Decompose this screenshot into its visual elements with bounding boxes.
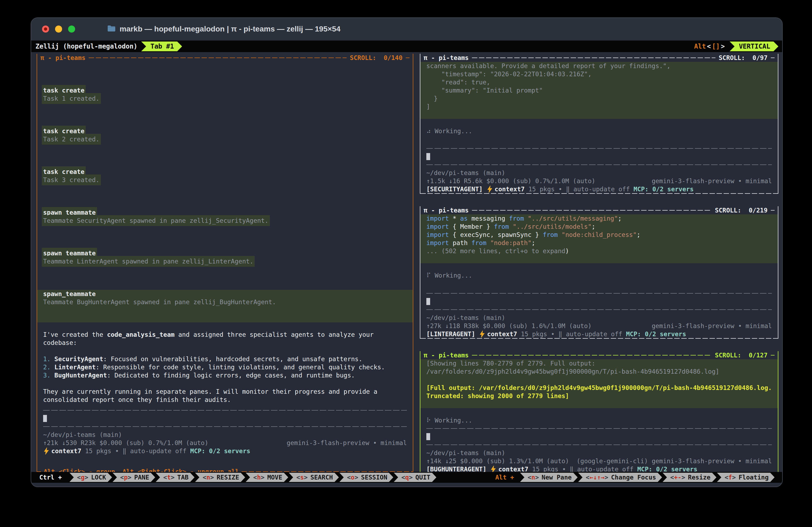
terminal-line: /var/folders/d0/z9jph2ld4v9gw45bwg0f1j90…	[420, 368, 778, 375]
window-bottom-strip	[31, 483, 782, 487]
title-bar: markb — hopeful-megalodon | π - pi-teams…	[31, 18, 782, 41]
pane-border-bottom	[420, 338, 778, 339]
lightning-icon	[44, 447, 49, 455]
alt-keybindings: <n>New Pane<←↓↑→>Change Focus<+->Resize<…	[520, 473, 775, 482]
alt-hint-key: Alt	[694, 43, 706, 50]
lightning-icon	[479, 330, 485, 338]
terminal-line	[43, 233, 407, 241]
terminal-line: I've created the code_analysis_team and …	[43, 330, 407, 339]
terminal-line: context7 15 pkgs • ‖ auto-update off MCP…	[43, 447, 407, 455]
pane-title: π - pi-teams	[40, 54, 85, 62]
pane-title-row: π - pi-teams SCROLL: 0/97	[420, 54, 778, 62]
lightning-icon	[491, 466, 496, 472]
scroll-indicator: SCROLL: 0/97	[719, 54, 768, 62]
terminal-line	[43, 241, 407, 249]
pane-bughunter-agent[interactable]: π - pi-teams SCROLL: 0/127 [Showing line…	[420, 351, 778, 472]
terminal-line: [SECURITYAGENT] context7 15 pkgs • ‖ aut…	[426, 185, 772, 193]
close-button[interactable]	[42, 26, 49, 32]
terminal-line: spawn_teammate	[37, 290, 413, 298]
zoom-button[interactable]	[68, 26, 75, 32]
terminal-line: ↑1.5k ↓16 R5.6k $0.000 (sub) 0.7%/1.0M (…	[426, 177, 772, 185]
terminal-line: ~/dev/pi-teams (main)	[43, 431, 407, 439]
pane-title: π - pi-teams	[424, 54, 469, 62]
terminal-line: [Showing lines 780-2779 of 2779. Full ou…	[420, 359, 778, 368]
terminal-line	[420, 400, 778, 408]
terminal-line: "read": true,	[420, 78, 778, 86]
terminal-line	[43, 455, 407, 463]
terminal-content: import * as messaging from "../src/utils…	[420, 214, 778, 338]
terminal-line	[43, 273, 407, 282]
keybinding-tab: <t>TAB	[156, 473, 194, 482]
tab-bar-right: Alt < [] > VERTICAL	[694, 42, 778, 51]
terminal-line: Task 3 created.	[43, 176, 407, 184]
terminal-line	[43, 70, 407, 78]
terminal-line: ~/dev/pi-teams (main)	[426, 314, 772, 322]
mode-indicator: VERTICAL	[729, 42, 778, 51]
keybinding-resize: <+->Resize	[663, 473, 716, 482]
keybinding-new-pane: <n>New Pane	[520, 473, 577, 482]
terminal-line	[426, 119, 772, 127]
separator-line	[426, 289, 772, 297]
alt-modifier: Alt +	[495, 474, 514, 481]
pane-orchestrator[interactable]: π - pi-teams SCROLL: 0/140 task_createTa…	[37, 54, 413, 472]
zellij-tab-bar: Zellij (hopeful-megalodon) Tab #1 Alt < …	[31, 41, 782, 52]
terminal-content: scanners available. Provide a detailed r…	[420, 62, 778, 193]
terminal-line	[43, 184, 407, 192]
terminal-line: ↑27k ↓118 R38k $0.000 (sub) 1.6%/1.0M (a…	[426, 322, 772, 330]
pane-workspace: π - pi-teams SCROLL: 0/140 task_createTa…	[31, 52, 782, 472]
cursor-block	[426, 433, 430, 440]
terminal-window: markb — hopeful-megalodon | π - pi-teams…	[31, 17, 783, 487]
terminal-content: task_createTask 1 created.task_createTas…	[37, 62, 413, 471]
keybinding-quit: <q>QUIT	[394, 473, 436, 482]
keybinding-floating: <f>Floating	[717, 473, 774, 482]
keybinding-lock: <g>LOCK	[70, 473, 112, 482]
alt-hint-binding: []	[712, 43, 720, 50]
terminal-line: Teammate BugHunterAgent spawned in pane …	[37, 298, 413, 306]
terminal-line	[43, 143, 407, 152]
keybinding-search: <s>SEARCH	[289, 473, 339, 482]
terminal-line: ~/dev/pi-teams (main)	[426, 449, 772, 457]
terminal-line	[43, 266, 407, 273]
terminal-line: ]	[420, 103, 778, 111]
pane-linter-agent[interactable]: π - pi-teams SCROLL: 0/219 import * as m…	[420, 206, 778, 339]
terminal-line: ~/dev/pi-teams (main)	[426, 169, 772, 177]
terminal-line: 3. BugHunterAgent: Dedicated to finding …	[43, 371, 407, 379]
keybinding-bar: Ctrl + <g>LOCK<p>PANE<t>TAB<n>RESIZE<h>M…	[31, 472, 782, 483]
terminal-line: ⠴ Working...	[426, 127, 772, 135]
terminal-line	[43, 152, 407, 159]
terminal-line	[43, 103, 407, 111]
terminal-line: ⠗ Working...	[426, 416, 772, 424]
terminal-line: Task 2 created.	[43, 135, 407, 143]
pane-security-agent[interactable]: π - pi-teams SCROLL: 0/97 scanners avail…	[420, 54, 778, 194]
tab-1[interactable]: Tab #1	[141, 42, 182, 51]
terminal-line	[43, 347, 407, 355]
terminal-line: [Full output: /var/folders/d0/z9jph2ld4v…	[420, 384, 778, 392]
terminal-line: Teammate SecurityAgent spawned in pane z…	[43, 216, 407, 225]
terminal-line	[43, 111, 407, 119]
terminal-line: task_create	[43, 86, 407, 95]
terminal-line: import { execSync, spawnSync } from "nod…	[420, 231, 778, 239]
keybinding-change-focus: <←↓↑→>Change Focus	[578, 473, 662, 482]
terminal-line: Truncated: showing 2000 of 2779 lines]	[420, 392, 778, 400]
terminal-line	[37, 314, 413, 323]
terminal-line: ⠏ Working...	[426, 271, 772, 280]
terminal-line	[420, 111, 778, 119]
terminal-line: ↑14k ↓25 $0.000 (sub) 1.3%/1.0M (auto)(g…	[426, 457, 772, 465]
terminal-line: spawn_teammate	[43, 249, 407, 257]
separator-line	[426, 161, 772, 169]
terminal-line: ↑21k ↓530 R23k $0.000 (sub) 0.7%/1.0M (a…	[43, 439, 407, 447]
folder-icon	[107, 25, 116, 33]
minimize-button[interactable]	[55, 26, 62, 32]
keybinding-pane: <p>PANE	[113, 473, 155, 482]
terminal-line: import { Member } from "../src/utils/mod…	[420, 223, 778, 231]
terminal-line: Teammate LinterAgent spawned in pane zel…	[43, 257, 407, 266]
terminal-line	[43, 62, 407, 70]
scroll-indicator: SCROLL: 0/127	[715, 351, 768, 359]
alt-hint-close: >	[721, 43, 725, 50]
terminal-line: 2. LinterAgent: Responsible for code sty…	[43, 363, 407, 371]
window-title-group: markb — hopeful-megalodon | π - pi-teams…	[107, 25, 340, 33]
terminal-line: import path from "node:path";	[420, 239, 778, 247]
pane-title: π - pi-teams	[424, 206, 469, 214]
separator-line	[43, 423, 407, 431]
lightning-icon	[487, 186, 493, 193]
